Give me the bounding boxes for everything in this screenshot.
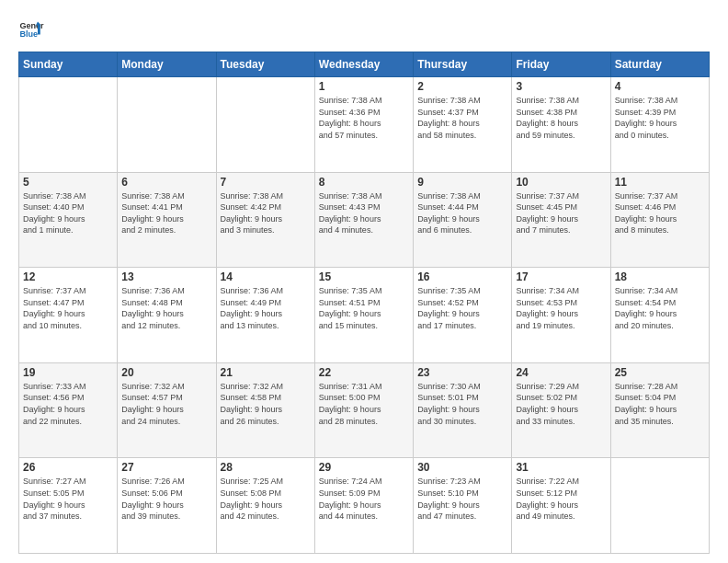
calendar-cell: 22Sunrise: 7:31 AM Sunset: 5:00 PM Dayli… <box>314 362 413 458</box>
day-number: 14 <box>221 270 311 283</box>
day-number: 4 <box>615 80 705 93</box>
day-number: 20 <box>121 366 211 379</box>
day-number: 17 <box>516 270 606 283</box>
day-number: 10 <box>516 176 606 189</box>
day-number: 27 <box>121 461 211 474</box>
day-number: 2 <box>417 80 507 93</box>
calendar-cell <box>610 458 709 554</box>
weekday-header-row: SundayMondayTuesdayWednesdayThursdayFrid… <box>19 52 710 77</box>
day-info: Sunrise: 7:27 AM Sunset: 5:05 PM Dayligh… <box>23 476 113 522</box>
day-info: Sunrise: 7:24 AM Sunset: 5:09 PM Dayligh… <box>319 476 409 522</box>
calendar-cell: 9Sunrise: 7:38 AM Sunset: 4:44 PM Daylig… <box>414 172 512 268</box>
day-number: 12 <box>23 270 113 283</box>
calendar-cell: 23Sunrise: 7:30 AM Sunset: 5:01 PM Dayli… <box>414 362 512 458</box>
calendar-cell: 6Sunrise: 7:38 AM Sunset: 4:41 PM Daylig… <box>118 172 216 268</box>
day-number: 1 <box>319 80 409 93</box>
day-number: 9 <box>417 176 507 189</box>
day-info: Sunrise: 7:38 AM Sunset: 4:36 PM Dayligh… <box>319 95 409 141</box>
calendar-cell: 13Sunrise: 7:36 AM Sunset: 4:48 PM Dayli… <box>118 268 216 363</box>
calendar-cell: 24Sunrise: 7:29 AM Sunset: 5:02 PM Dayli… <box>512 362 610 458</box>
day-info: Sunrise: 7:32 AM Sunset: 4:58 PM Dayligh… <box>221 381 311 427</box>
calendar-cell: 16Sunrise: 7:35 AM Sunset: 4:52 PM Dayli… <box>414 268 512 363</box>
day-info: Sunrise: 7:31 AM Sunset: 5:00 PM Dayligh… <box>319 381 409 427</box>
day-info: Sunrise: 7:35 AM Sunset: 4:51 PM Dayligh… <box>319 285 409 331</box>
calendar-cell: 15Sunrise: 7:35 AM Sunset: 4:51 PM Dayli… <box>314 268 413 363</box>
calendar-week-5: 26Sunrise: 7:27 AM Sunset: 5:05 PM Dayli… <box>19 458 710 554</box>
day-info: Sunrise: 7:38 AM Sunset: 4:37 PM Dayligh… <box>417 95 507 141</box>
day-number: 26 <box>23 461 113 474</box>
calendar-cell: 19Sunrise: 7:33 AM Sunset: 4:56 PM Dayli… <box>19 362 118 458</box>
calendar-week-4: 19Sunrise: 7:33 AM Sunset: 4:56 PM Dayli… <box>19 362 710 458</box>
weekday-header-tuesday: Tuesday <box>216 52 314 77</box>
day-info: Sunrise: 7:34 AM Sunset: 4:53 PM Dayligh… <box>516 285 606 331</box>
day-number: 31 <box>516 461 606 474</box>
calendar-cell: 8Sunrise: 7:38 AM Sunset: 4:43 PM Daylig… <box>314 172 413 268</box>
calendar-cell: 26Sunrise: 7:27 AM Sunset: 5:05 PM Dayli… <box>19 458 118 554</box>
day-number: 28 <box>221 461 311 474</box>
calendar-cell: 27Sunrise: 7:26 AM Sunset: 5:06 PM Dayli… <box>118 458 216 554</box>
calendar-cell: 21Sunrise: 7:32 AM Sunset: 4:58 PM Dayli… <box>216 362 314 458</box>
day-info: Sunrise: 7:25 AM Sunset: 5:08 PM Dayligh… <box>221 476 311 522</box>
day-info: Sunrise: 7:23 AM Sunset: 5:10 PM Dayligh… <box>417 476 507 522</box>
day-number: 21 <box>221 366 311 379</box>
day-info: Sunrise: 7:38 AM Sunset: 4:40 PM Dayligh… <box>23 190 113 236</box>
calendar-cell: 11Sunrise: 7:37 AM Sunset: 4:46 PM Dayli… <box>610 172 709 268</box>
day-info: Sunrise: 7:30 AM Sunset: 5:01 PM Dayligh… <box>417 381 507 427</box>
calendar-table: SundayMondayTuesdayWednesdayThursdayFrid… <box>18 52 710 554</box>
day-number: 16 <box>417 270 507 283</box>
weekday-header-monday: Monday <box>118 52 216 77</box>
day-number: 5 <box>23 176 113 189</box>
calendar-cell: 18Sunrise: 7:34 AM Sunset: 4:54 PM Dayli… <box>610 268 709 363</box>
calendar-cell: 1Sunrise: 7:38 AM Sunset: 4:36 PM Daylig… <box>314 77 413 173</box>
calendar-cell: 10Sunrise: 7:37 AM Sunset: 4:45 PM Dayli… <box>512 172 610 268</box>
day-number: 25 <box>615 366 705 379</box>
day-info: Sunrise: 7:38 AM Sunset: 4:38 PM Dayligh… <box>516 95 606 141</box>
calendar-cell: 30Sunrise: 7:23 AM Sunset: 5:10 PM Dayli… <box>414 458 512 554</box>
page: General Blue SundayMondayTuesdayWednesda… <box>0 0 728 563</box>
day-info: Sunrise: 7:32 AM Sunset: 4:57 PM Dayligh… <box>121 381 211 427</box>
calendar-week-2: 5Sunrise: 7:38 AM Sunset: 4:40 PM Daylig… <box>19 172 710 268</box>
svg-text:General: General <box>19 21 44 30</box>
calendar-week-1: 1Sunrise: 7:38 AM Sunset: 4:36 PM Daylig… <box>19 77 710 173</box>
calendar-cell: 7Sunrise: 7:38 AM Sunset: 4:42 PM Daylig… <box>216 172 314 268</box>
day-number: 22 <box>319 366 409 379</box>
day-info: Sunrise: 7:38 AM Sunset: 4:43 PM Dayligh… <box>319 190 409 236</box>
svg-text:Blue: Blue <box>19 29 38 39</box>
day-number: 7 <box>221 176 311 189</box>
day-info: Sunrise: 7:38 AM Sunset: 4:42 PM Dayligh… <box>221 190 311 236</box>
day-number: 18 <box>615 270 705 283</box>
day-info: Sunrise: 7:28 AM Sunset: 5:04 PM Dayligh… <box>615 381 705 427</box>
calendar-cell: 29Sunrise: 7:24 AM Sunset: 5:09 PM Dayli… <box>314 458 413 554</box>
calendar-cell: 25Sunrise: 7:28 AM Sunset: 5:04 PM Dayli… <box>610 362 709 458</box>
calendar-cell: 4Sunrise: 7:38 AM Sunset: 4:39 PM Daylig… <box>610 77 709 173</box>
calendar-cell: 5Sunrise: 7:38 AM Sunset: 4:40 PM Daylig… <box>19 172 118 268</box>
day-info: Sunrise: 7:38 AM Sunset: 4:39 PM Dayligh… <box>615 95 705 141</box>
day-number: 24 <box>516 366 606 379</box>
calendar-cell <box>216 77 314 173</box>
day-number: 19 <box>23 366 113 379</box>
day-info: Sunrise: 7:38 AM Sunset: 4:41 PM Dayligh… <box>121 190 211 236</box>
day-number: 15 <box>319 270 409 283</box>
header: General Blue <box>18 17 710 42</box>
day-info: Sunrise: 7:34 AM Sunset: 4:54 PM Dayligh… <box>615 285 705 331</box>
calendar-cell: 31Sunrise: 7:22 AM Sunset: 5:12 PM Dayli… <box>512 458 610 554</box>
weekday-header-wednesday: Wednesday <box>314 52 413 77</box>
logo: General Blue <box>18 17 44 42</box>
day-number: 6 <box>121 176 211 189</box>
weekday-header-saturday: Saturday <box>610 52 709 77</box>
calendar-cell: 20Sunrise: 7:32 AM Sunset: 4:57 PM Dayli… <box>118 362 216 458</box>
day-number: 30 <box>417 461 507 474</box>
calendar-week-3: 12Sunrise: 7:37 AM Sunset: 4:47 PM Dayli… <box>19 268 710 363</box>
day-number: 8 <box>319 176 409 189</box>
calendar-cell: 2Sunrise: 7:38 AM Sunset: 4:37 PM Daylig… <box>414 77 512 173</box>
day-number: 11 <box>615 176 705 189</box>
calendar-cell: 14Sunrise: 7:36 AM Sunset: 4:49 PM Dayli… <box>216 268 314 363</box>
day-info: Sunrise: 7:36 AM Sunset: 4:49 PM Dayligh… <box>221 285 311 331</box>
day-number: 3 <box>516 80 606 93</box>
day-info: Sunrise: 7:38 AM Sunset: 4:44 PM Dayligh… <box>417 190 507 236</box>
day-info: Sunrise: 7:26 AM Sunset: 5:06 PM Dayligh… <box>121 476 211 522</box>
weekday-header-friday: Friday <box>512 52 610 77</box>
calendar-cell <box>118 77 216 173</box>
calendar-cell: 17Sunrise: 7:34 AM Sunset: 4:53 PM Dayli… <box>512 268 610 363</box>
calendar-cell: 3Sunrise: 7:38 AM Sunset: 4:38 PM Daylig… <box>512 77 610 173</box>
